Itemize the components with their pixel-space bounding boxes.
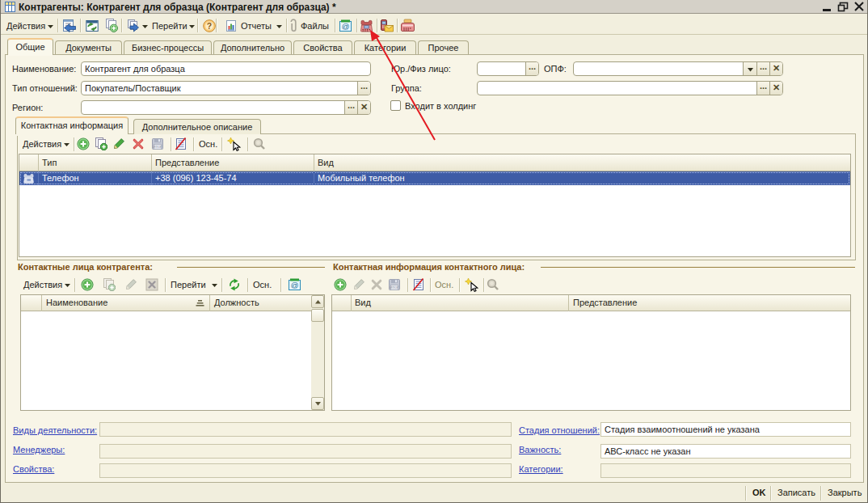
svg-text:?: ?	[207, 21, 212, 31]
svg-text:@: @	[342, 22, 350, 31]
